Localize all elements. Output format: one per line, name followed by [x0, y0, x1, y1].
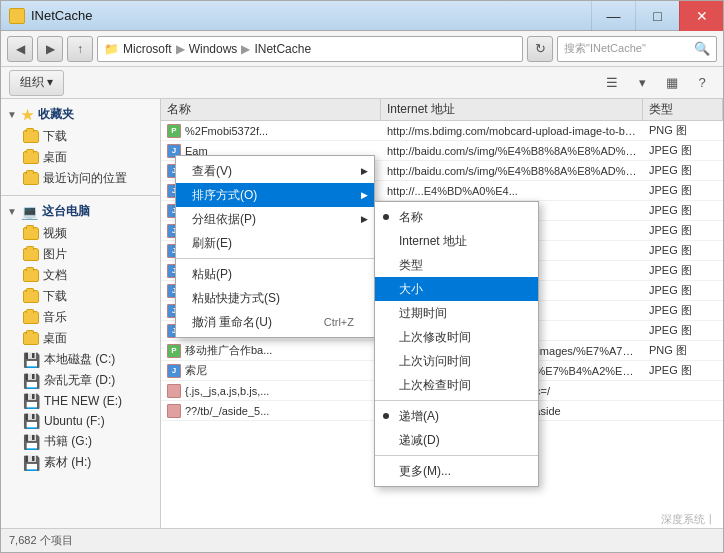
file-name: ??/tb/_/aside_5...	[185, 405, 269, 417]
folder-icon-pictures	[23, 248, 39, 261]
sidebar-item-pictures-label: 图片	[43, 246, 67, 263]
file-type-cell: JPEG 图	[643, 223, 723, 238]
refresh-button[interactable]: ↻	[527, 36, 553, 62]
organize-button[interactable]: 组织 ▾	[9, 70, 64, 96]
menu-item-sort[interactable]: 排序方式(O)	[176, 183, 374, 207]
file-icon: P	[167, 344, 181, 358]
sidebar-item-documents[interactable]: 文档	[1, 265, 160, 286]
maximize-button[interactable]: □	[635, 1, 679, 31]
forward-button[interactable]: ▶	[37, 36, 63, 62]
col-header-type[interactable]: 类型	[643, 99, 723, 120]
address-path[interactable]: 📁 Microsoft ▶ Windows ▶ INetCache	[97, 36, 523, 62]
folder-icon-video	[23, 227, 39, 240]
table-row[interactable]: {.js,_js,a.js,b.js,... http://cnc.qzones…	[161, 381, 723, 401]
back-button[interactable]: ◀	[7, 36, 33, 62]
view-dropdown-button[interactable]: ▾	[629, 70, 655, 96]
path-folder-icon: 📁	[104, 42, 119, 56]
sidebar-item-drive-f[interactable]: 💾 Ubuntu (F:)	[1, 411, 160, 431]
file-type-cell: JPEG 图	[643, 283, 723, 298]
sidebar-item-video[interactable]: 视频	[1, 223, 160, 244]
sidebar-item-drive-e[interactable]: 💾 THE NEW (E:)	[1, 391, 160, 411]
file-name-cell: P %2Fmobi5372f...	[161, 124, 381, 138]
file-url-cell: http://jingyan.baidu.com/z/img/%E7%B4%A2…	[381, 365, 643, 377]
window-title: INetCache	[31, 8, 92, 23]
folder-icon	[9, 8, 25, 24]
drive-icon-h: 💾	[23, 455, 40, 471]
search-bar[interactable]: 搜索"INetCache" 🔍	[557, 36, 717, 62]
file-type-cell: PNG 图	[643, 123, 723, 138]
drive-icon-c: 💾	[23, 352, 40, 368]
file-name: 移动推广合作ba...	[185, 343, 272, 358]
drive-icon-g: 💾	[23, 434, 40, 450]
file-icon	[167, 404, 181, 418]
sidebar-item-desktop-fav[interactable]: 桌面	[1, 147, 160, 168]
table-row[interactable]: ??/tb/_/aside_5... http://tb1.bdstatic.c…	[161, 401, 723, 421]
table-row[interactable]: P %2Fmobi5372f... http://ms.bdimg.com/mo…	[161, 121, 723, 141]
file-icon	[167, 384, 181, 398]
folder-icon-downloads-fav	[23, 130, 39, 143]
path-segment-windows[interactable]: Windows	[189, 42, 238, 56]
menu-item-refresh[interactable]: 刷新(E)	[176, 231, 374, 255]
sidebar-item-recent[interactable]: 最近访问的位置	[1, 168, 160, 189]
table-row[interactable]: J 索尼 http://jingyan.baidu.com/z/img/%E7%…	[161, 361, 723, 381]
sidebar-item-music-label: 音乐	[43, 309, 67, 326]
sidebar-item-music[interactable]: 音乐	[1, 307, 160, 328]
menu-item-view[interactable]: 查看(V)	[176, 159, 374, 183]
file-name-cell: ??/tb/_/aside_5...	[161, 404, 381, 418]
view-grid-button[interactable]: ▦	[659, 70, 685, 96]
sidebar-item-desktop[interactable]: 桌面	[1, 328, 160, 349]
file-type-cell: JPEG 图	[643, 263, 723, 278]
menu-item-label: 分组依据(P)	[192, 211, 256, 228]
file-url-cell: http://baidu.com/s/img/%E4%B8%8A%E8%AD%E…	[381, 145, 643, 157]
path-segment-inetcache[interactable]: INetCache	[254, 42, 311, 56]
menu-item-undo[interactable]: 撤消 重命名(U)Ctrl+Z	[176, 310, 374, 334]
menu-item-group[interactable]: 分组依据(P)	[176, 207, 374, 231]
file-url-cell: http://...E5%A5%BD%E6...	[381, 225, 643, 237]
favorites-header[interactable]: ▼ ★ 收藏夹	[1, 103, 160, 126]
search-icon[interactable]: 🔍	[694, 41, 710, 56]
col-header-url[interactable]: Internet 地址	[381, 99, 643, 120]
sidebar-item-drive-e-label: THE NEW (E:)	[44, 394, 122, 408]
close-button[interactable]: ✕	[679, 1, 723, 31]
menu-item-label: 粘贴快捷方式(S)	[192, 290, 280, 307]
sidebar-item-drive-d-label: 杂乱无章 (D:)	[44, 372, 115, 389]
sidebar-item-recent-label: 最近访问的位置	[43, 170, 127, 187]
file-url-cell: http://cnc.qzonestyle.gtimg.cn/c=/	[381, 385, 643, 397]
menu-item-paste[interactable]: 粘贴(P)	[176, 262, 374, 286]
menu-item-paste-shortcut[interactable]: 粘贴快捷方式(S)	[176, 286, 374, 310]
file-type-cell: JPEG 图	[643, 303, 723, 318]
sidebar-item-drive-c[interactable]: 💾 本地磁盘 (C:)	[1, 349, 160, 370]
sidebar-item-documents-label: 文档	[43, 267, 67, 284]
sidebar-item-drive-g[interactable]: 💾 书籍 (G:)	[1, 431, 160, 452]
favorites-arrow: ▼	[7, 109, 17, 120]
minimize-button[interactable]: —	[591, 1, 635, 31]
sidebar-item-downloads[interactable]: 下载	[1, 286, 160, 307]
favorites-label: 收藏夹	[38, 106, 74, 123]
sidebar-item-downloads-fav[interactable]: 下载	[1, 126, 160, 147]
path-segment-microsoft[interactable]: Microsoft	[123, 42, 172, 56]
sidebar-item-drive-h[interactable]: 💾 素材 (H:)	[1, 452, 160, 473]
table-row[interactable]: P 移动推广合作ba... http://union.baidu.com/un-…	[161, 341, 723, 361]
computer-section: ▼ 💻 这台电脑 视频 图片 文档 下载	[1, 200, 160, 473]
up-button[interactable]: ↑	[67, 36, 93, 62]
menu-item-label: 粘贴(P)	[192, 266, 232, 283]
sidebar-item-downloads-label: 下载	[43, 288, 67, 305]
sidebar-item-downloads-fav-label: 下载	[43, 128, 67, 145]
title-bar: INetCache — □ ✕	[1, 1, 723, 31]
drive-icon-d: 💾	[23, 373, 40, 389]
file-type-cell: JPEG 图	[643, 323, 723, 338]
col-header-name[interactable]: 名称	[161, 99, 381, 120]
column-headers: 名称 Internet 地址 类型	[161, 99, 723, 121]
help-button[interactable]: ?	[689, 70, 715, 96]
file-type-cell: JPEG 图	[643, 243, 723, 258]
computer-header[interactable]: ▼ 💻 这台电脑	[1, 200, 160, 223]
sidebar-item-pictures[interactable]: 图片	[1, 244, 160, 265]
organize-label: 组织 ▾	[20, 74, 53, 91]
view-list-button[interactable]: ☰	[599, 70, 625, 96]
sidebar-item-drive-d[interactable]: 💾 杂乱无章 (D:)	[1, 370, 160, 391]
file-url-cell: http://...F%B3%E5%A4%...	[381, 205, 643, 217]
computer-arrow: ▼	[7, 206, 17, 217]
file-name-cell: J 索尼	[161, 363, 381, 378]
context-menu[interactable]: 查看(V)排序方式(O)分组依据(P)刷新(E)粘贴(P)粘贴快捷方式(S)撤消…	[175, 155, 375, 338]
favorites-star-icon: ★	[21, 107, 34, 123]
